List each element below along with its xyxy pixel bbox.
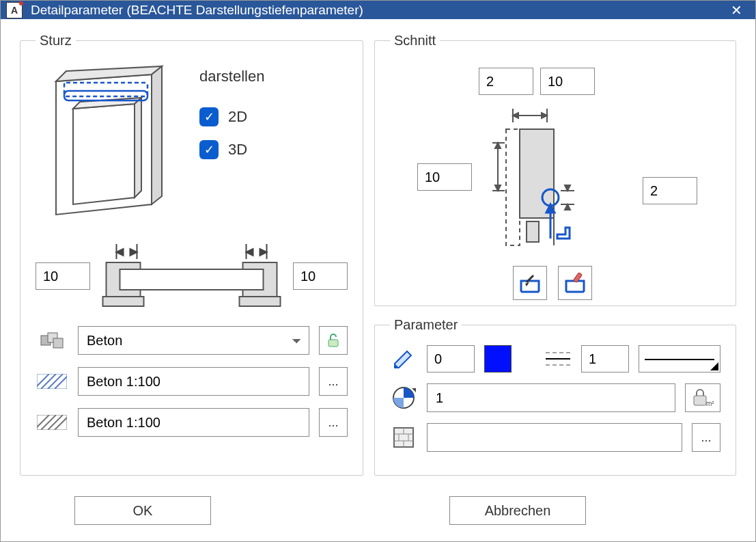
linetype-preview[interactable] [639,345,720,372]
sturz-legend: Sturz [36,33,76,49]
svg-rect-66 [694,396,706,405]
window-title: Detailparameter (BEACHTE Darstellungstie… [31,3,723,18]
unlock-button[interactable] [319,326,348,355]
svg-marker-39 [542,113,547,118]
schnitt-top-right-input[interactable] [540,68,595,95]
svg-rect-20 [240,297,281,306]
dialog-window: A Detailparameter (BEACHTE Darstellungst… [0,0,756,542]
hatch2-browse-button[interactable]: ... [319,408,348,437]
surface-browse-button[interactable]: ... [692,423,720,452]
material-icon [36,329,68,352]
svg-marker-62 [395,351,411,368]
schnitt-edit-button[interactable] [558,266,592,300]
layer-lock-button[interactable]: m² [685,383,720,412]
app-icon: A [6,2,23,18]
sturz-right-input[interactable] [293,262,348,290]
svg-rect-41 [506,129,520,245]
schnitt-diagram [486,102,649,259]
layer-input[interactable] [427,383,675,412]
svg-marker-38 [513,113,518,118]
ok-button[interactable]: OK [74,496,211,525]
pencil-icon [390,345,417,372]
svg-marker-10 [117,249,124,256]
cancel-button[interactable]: Abbrechen [449,496,586,525]
svg-marker-2 [152,66,162,204]
svg-marker-11 [130,249,137,256]
svg-rect-19 [103,297,144,306]
svg-rect-18 [120,269,264,290]
schnitt-legend: Schnitt [390,33,440,49]
schnitt-mid-right-input[interactable] [643,177,697,204]
svg-marker-52 [565,204,570,210]
svg-marker-14 [247,249,253,256]
close-icon[interactable]: ✕ [723,2,750,18]
linetype-icon [544,345,572,372]
pen-color-swatch[interactable] [484,345,512,372]
checkbox-2d[interactable]: ✓ [199,107,219,126]
checkbox-2d-label: 2D [228,108,247,126]
pen-number-input[interactable] [427,345,475,372]
svg-marker-48 [495,185,501,191]
group-schnitt: Schnitt [374,33,736,306]
linetype-number-input[interactable] [581,345,629,372]
surface-icon [390,424,417,451]
checkbox-3d-label: 3D [228,141,247,159]
layer-icon [390,384,417,411]
hatch1-input[interactable] [78,367,309,396]
dialog-footer: OK Abbrechen [1,489,755,541]
sturz-left-input[interactable] [36,262,90,290]
hatch1-browse-button[interactable]: ... [319,367,348,396]
svg-rect-24 [328,340,338,347]
schnitt-mid-left-input[interactable] [417,163,472,191]
svg-marker-15 [260,249,267,256]
schnitt-pick-button[interactable] [513,266,547,300]
svg-text:m²: m² [706,400,714,407]
darstellen-label: darstellen [199,68,264,85]
titlebar: A Detailparameter (BEACHTE Darstellungst… [1,1,755,19]
hatch1-icon [36,370,68,393]
svg-rect-56 [527,221,539,242]
group-sturz: Sturz [20,33,363,476]
checkbox-3d[interactable]: ✓ [199,140,219,159]
surface-input[interactable] [427,423,682,452]
sturz-section-diagram [96,239,288,314]
hatch2-input[interactable] [78,408,309,437]
parameter-legend: Parameter [390,317,462,333]
material-select[interactable]: Beton [78,326,309,355]
schnitt-top-left-input[interactable] [479,68,533,95]
svg-marker-5 [135,98,141,198]
hatch2-icon [36,411,68,434]
sturz-3d-preview [36,61,172,225]
svg-marker-51 [565,185,570,191]
svg-marker-3 [73,104,135,204]
svg-marker-47 [495,143,501,148]
svg-rect-23 [53,338,63,348]
group-parameter: Parameter [374,317,736,476]
